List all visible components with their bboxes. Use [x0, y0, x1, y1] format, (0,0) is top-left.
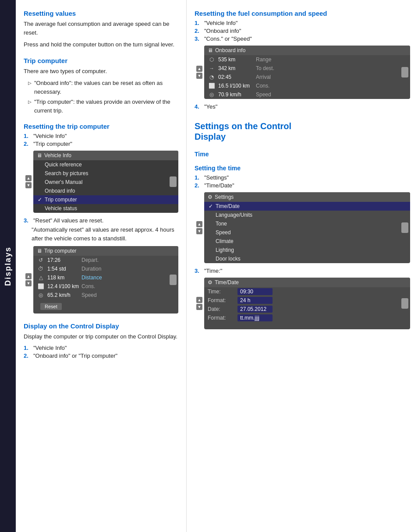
settings-nav-down[interactable]: ▼: [196, 228, 202, 234]
trip-icon-4: ◎: [37, 292, 45, 298]
timedate-row-1: Format: 24 h: [204, 296, 410, 305]
nav-down-btn[interactable]: ▼: [25, 182, 32, 188]
trip-screen-icon: 🖥: [37, 248, 42, 254]
onboard-nav-left: ▲ ▼: [196, 66, 202, 79]
settings-right-btn[interactable]: [401, 222, 408, 233]
onboard-row-4: ◎ 70.9 km/h Speed: [204, 90, 410, 99]
trip-screen-header: 🖥 Trip computer: [33, 246, 178, 256]
vi-row-5: Vehicle status: [33, 204, 178, 213]
vi-row-3: Onboard info: [33, 187, 178, 195]
vi-row-4: ✓Trip computer: [33, 195, 178, 204]
fuel-step-2: 2. "Onboard info": [195, 28, 410, 34]
trip-computer-screen: 🖥 Trip computer ↺ 17:26 Depart. ⏱ 1:54 s…: [33, 246, 178, 314]
bullet-item-1: "Trip computer": the values provide an o…: [28, 98, 178, 115]
timedate-nav-down[interactable]: ▼: [196, 304, 202, 310]
settings-nav-up[interactable]: ▲: [196, 221, 202, 227]
fuel-step-4: 4. "Yes": [195, 103, 410, 110]
vehicle-info-screen-wrapper: ▲ ▼ 🖥 Vehicle Info Quick reference Searc…: [24, 151, 178, 213]
settings-header: ⚙ Settings: [204, 192, 410, 202]
vi-row-2: Owner's Manual: [33, 178, 178, 187]
onboard-row-1: → 342 km To dest.: [204, 64, 410, 73]
onboard-row-3: ⬜ 16.5 l/100 km Cons.: [204, 81, 410, 90]
onboard-icon-4: ◎: [208, 92, 216, 98]
onboard-nav-up[interactable]: ▲: [196, 66, 202, 72]
timedate-row-2: Date: 27.05.2012: [204, 305, 410, 314]
timedate-screen: ⚙ Time/Date Time: 09:30 Format: 24 h Dat…: [204, 278, 410, 329]
onboard-icon-2: ◔: [208, 74, 216, 80]
onboard-row-0: ⬡ 535 km Range: [204, 55, 410, 64]
time-step-1: 1. "Settings": [195, 174, 410, 181]
settings-header-icon: ⚙: [208, 194, 213, 200]
settings-row-6: Door locks: [204, 254, 410, 263]
time-step-3: 3. "Time:": [195, 268, 410, 274]
resetting-values-title: Resetting values: [24, 10, 178, 17]
timedate-spacer: [204, 322, 410, 329]
onboard-screen: 🖥 Onboard info ⬡ 535 km Range → 342 km T…: [204, 46, 410, 99]
settings-screen: ⚙ Settings ✓ Time/Date Language/Units To…: [204, 192, 410, 263]
timedate-row-0: Time: 09:30: [204, 287, 410, 296]
onboard-row-2: ◔ 02:45 Arrival: [204, 73, 410, 81]
settings-row-5: Lighting: [204, 246, 410, 254]
vehicle-info-screen: 🖥 Vehicle Info Quick reference Search by…: [33, 151, 178, 213]
left-column: Resetting values The average fuel consum…: [16, 0, 187, 532]
trip-nav-down[interactable]: ▼: [25, 280, 32, 286]
trip-reset-btn-row: Reset: [33, 299, 178, 314]
settings-row-1: Language/Units: [204, 211, 410, 219]
display-step-2: 2. "Onboard info" or "Trip computer": [24, 352, 178, 359]
content-wrapper: Resetting values The average fuel consum…: [16, 0, 418, 532]
settings-nav-left: ▲ ▼: [196, 221, 202, 234]
trip-row-1: ⏱ 1:54 std Duration: [33, 264, 178, 273]
trip-computer-screen-wrapper: ▲ ▼ 🖥 Trip computer ↺ 17:26 Depart. ⏱: [24, 246, 178, 314]
vehicle-info-rows: Quick reference Search by pictures Owner…: [33, 160, 178, 213]
onboard-screen-wrapper: ▲ ▼ 🖥 Onboard info ⬡ 535 km Range →: [195, 46, 410, 99]
timedate-right-btn[interactable]: [401, 298, 408, 309]
timedate-nav-up[interactable]: ▲: [196, 297, 202, 303]
nav-left-arrows: ▲ ▼: [25, 175, 32, 188]
trip-step-2: 2. "Trip computer": [24, 141, 178, 147]
trip-computer-bullets: "Onboard info": the values can be reset …: [28, 79, 178, 115]
time-section-title: Time: [195, 151, 410, 158]
onboard-icon-1: →: [208, 65, 216, 71]
trip-row-0: ↺ 17:26 Depart.: [33, 256, 178, 264]
onboard-header-icon: 🖥: [208, 47, 213, 53]
trip-row-3: ⬜ 12.4 l/100 km Cons.: [33, 282, 178, 291]
right-column: Resetting the fuel consumption and speed…: [187, 0, 418, 532]
timedate-row-3: Format: tt.mm.jjjj: [204, 314, 410, 322]
trip-step-3: 3. "Reset" All values are reset.: [24, 217, 178, 224]
trip-nav-left: ▲ ▼: [25, 273, 32, 286]
timedate-header: ⚙ Time/Date: [204, 278, 410, 287]
timedate-header-icon: ⚙: [208, 279, 213, 285]
onboard-icon-3: ⬜: [208, 83, 216, 89]
bullet-item-0: "Onboard info": the values can be reset …: [28, 79, 178, 96]
timedate-nav-left: ▲ ▼: [196, 297, 202, 310]
display-control-title: Display on the Control Display: [24, 322, 178, 330]
resetting-trip-title: Resetting the trip computer: [24, 123, 178, 130]
page-wrapper: Displays Resetting values The average fu…: [0, 0, 418, 532]
resetting-values-para1: The average fuel consumption and average…: [24, 20, 178, 37]
trip-icon-1: ⏱: [37, 266, 45, 272]
trip-row-2: △ 118 km Distance: [33, 273, 178, 282]
fuel-step-3: 3. "Cons." or "Speed": [195, 35, 410, 42]
display-control-intro: Display the computer or trip computer on…: [24, 332, 178, 341]
trip-icon-2: △: [37, 275, 45, 281]
vi-row-0: Quick reference: [33, 160, 178, 169]
fuel-step-1: 1. "Vehicle Info": [195, 20, 410, 26]
trip-nav-up[interactable]: ▲: [25, 273, 32, 279]
reset-btn[interactable]: Reset: [40, 303, 62, 310]
trip-step-1: 1. "Vehicle Info": [24, 133, 178, 139]
screen-right-btn[interactable]: [170, 176, 177, 187]
settings-control-big-title: Settings on the Control Display: [195, 121, 410, 142]
trip-screen-right-btn[interactable]: [170, 275, 177, 285]
onboard-right-btn[interactable]: [401, 67, 408, 78]
onboard-icon-0: ⬡: [208, 56, 216, 63]
vehicle-info-header-icon: 🖥: [37, 152, 42, 159]
nav-up-btn[interactable]: ▲: [25, 175, 32, 181]
settings-row-2: Tone: [204, 219, 410, 228]
trip-row-4: ◎ 65.2 km/h Speed: [33, 291, 178, 299]
trip-icon-0: ↺: [37, 257, 45, 263]
resetting-values-para2: Press and hold the computer button on th…: [24, 40, 178, 49]
onboard-header: 🖥 Onboard info: [204, 46, 410, 55]
trip-computer-title: Trip computer: [24, 57, 178, 64]
onboard-nav-down[interactable]: ▼: [196, 73, 202, 79]
settings-row-3: Speed: [204, 228, 410, 237]
